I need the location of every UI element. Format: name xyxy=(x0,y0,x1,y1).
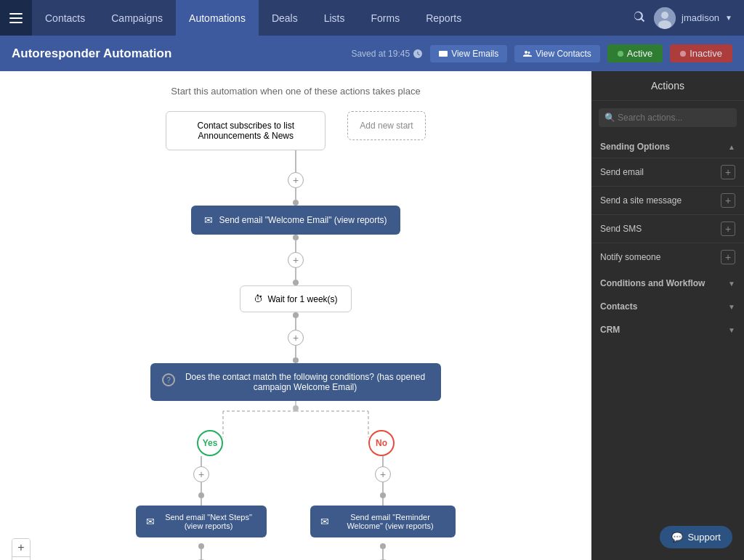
line-6 xyxy=(295,346,296,357)
action-send-email[interactable]: Send email + xyxy=(591,158,744,186)
sending-options-items: Send email + Send a site message + Send … xyxy=(591,158,744,271)
dot-2 xyxy=(293,235,299,240)
chevron-up-icon: ▲ xyxy=(728,143,735,151)
add-site-message-button[interactable]: + xyxy=(721,193,735,208)
zoom-in-button[interactable]: + xyxy=(12,539,30,556)
nav-forms[interactable]: Forms xyxy=(358,0,413,36)
svg-rect-2 xyxy=(9,22,23,23)
nav-toggle[interactable] xyxy=(0,0,32,36)
nav-user[interactable]: jmadison ▼ xyxy=(654,7,732,29)
branch-arms: + ✉ Send email "Next Steps" (view report… xyxy=(136,456,456,560)
nav-campaigns[interactable]: Campaigns xyxy=(98,0,176,36)
chevron-down-icon-1: ▼ xyxy=(728,280,735,288)
canvas-title: Start this automation when one of these … xyxy=(15,86,577,97)
send-email-3-node[interactable]: ✉ Send email "Reminder Welcome" (view re… xyxy=(310,506,456,537)
email-icon-3: ✉ xyxy=(320,516,329,527)
view-contacts-button[interactable]: View Contacts xyxy=(514,45,599,62)
nav-chevron-icon: ▼ xyxy=(725,14,732,22)
dot-1 xyxy=(293,200,299,206)
right-dot xyxy=(380,492,386,498)
line-3 xyxy=(295,240,296,252)
active-button[interactable]: Active xyxy=(607,44,663,62)
email-icon-1: ✉ xyxy=(204,214,213,226)
branch-split xyxy=(150,401,441,437)
right-dot-2 xyxy=(380,543,386,549)
nav-search-icon[interactable] xyxy=(634,11,645,25)
add-step-1[interactable]: + xyxy=(288,172,304,188)
add-step-2[interactable]: + xyxy=(288,252,304,268)
panel-title: Actions xyxy=(591,71,744,101)
contacts-header[interactable]: Contacts ▼ xyxy=(591,294,744,317)
main-content: Start this automation when one of these … xyxy=(0,71,744,560)
dot-4 xyxy=(293,312,299,318)
left-line-4 xyxy=(201,549,202,559)
right-line-4 xyxy=(382,549,384,559)
top-nav: Contacts Campaigns Automations Deals Lis… xyxy=(0,0,744,36)
sending-options-header[interactable]: Sending Options ▲ xyxy=(591,134,744,158)
dot-3 xyxy=(293,280,299,285)
search-actions-input[interactable] xyxy=(599,108,737,127)
add-step-3[interactable]: + xyxy=(288,330,304,346)
zoom-controls: + − xyxy=(12,538,31,560)
condition-icon: ? xyxy=(162,373,175,386)
right-line-2 xyxy=(382,482,384,492)
add-send-email-button[interactable]: + xyxy=(721,165,735,179)
canvas-inner: Start this automation when one of these … xyxy=(0,71,591,560)
start-node[interactable]: Contact subscribes to list Announcements… xyxy=(166,111,326,150)
condition-node[interactable]: ? Does the contact match the following c… xyxy=(150,363,441,401)
connector-1: + xyxy=(288,150,304,206)
saved-status: Saved at 19:45 xyxy=(351,49,423,59)
right-panel: Actions 🔍 Sending Options ▲ Send email +… xyxy=(591,71,744,560)
zoom-out-button[interactable]: − xyxy=(12,557,30,560)
crm-header[interactable]: CRM ▼ xyxy=(591,317,744,341)
action-sms[interactable]: Send SMS + xyxy=(591,214,744,243)
inactive-button[interactable]: Inactive xyxy=(670,44,732,62)
add-sms-button[interactable]: + xyxy=(721,222,735,236)
email-icon-2: ✉ xyxy=(146,516,155,527)
view-emails-button[interactable]: View Emails xyxy=(430,45,507,62)
send-email-1-node[interactable]: ✉ Send email "Welcome Email" (view repor… xyxy=(191,206,400,235)
inactive-indicator xyxy=(680,51,686,57)
nav-reports[interactable]: Reports xyxy=(413,0,474,36)
page-title: Autoresponder Automation xyxy=(12,46,342,61)
search-icon: 🔍 xyxy=(604,113,615,123)
nav-avatar xyxy=(654,7,676,29)
line-1 xyxy=(295,150,296,172)
sub-header: Autoresponder Automation Saved at 19:45 … xyxy=(0,36,744,71)
wait-node[interactable]: ⏱ Wait for 1 week(s) xyxy=(240,285,351,312)
flow-container: Contact subscribes to list Announcements… xyxy=(15,111,577,560)
nav-items: Contacts Campaigns Automations Deals Lis… xyxy=(32,0,634,36)
svg-point-4 xyxy=(661,12,668,19)
support-button[interactable]: 💬 Support xyxy=(660,526,732,548)
conditions-header[interactable]: Conditions and Workflow ▼ xyxy=(591,271,744,294)
right-arm: + ✉ Send email "Reminder Welcome" (view … xyxy=(310,456,456,560)
add-step-no[interactable]: + xyxy=(375,466,391,482)
nav-lists[interactable]: Lists xyxy=(311,0,358,36)
start-row: Contact subscribes to list Announcements… xyxy=(166,111,425,150)
connector-2: + xyxy=(288,235,304,285)
line-4 xyxy=(295,268,296,280)
left-line-3 xyxy=(201,498,202,506)
svg-rect-1 xyxy=(9,17,23,19)
svg-rect-0 xyxy=(9,13,23,15)
right-line-1 xyxy=(382,456,384,466)
nav-automations[interactable]: Automations xyxy=(176,0,259,36)
support-chat-icon: 💬 xyxy=(671,532,683,543)
add-step-yes[interactable]: + xyxy=(193,466,209,482)
left-dot xyxy=(198,492,204,498)
sub-header-right: Saved at 19:45 View Emails View Contacts… xyxy=(351,44,732,62)
svg-point-5 xyxy=(658,20,671,29)
nav-deals[interactable]: Deals xyxy=(259,0,311,36)
nav-contacts[interactable]: Contacts xyxy=(32,0,98,36)
send-email-2-node[interactable]: ✉ Send email "Next Steps" (view reports) xyxy=(136,506,267,537)
nav-right: jmadison ▼ xyxy=(634,7,744,29)
left-arm: + ✉ Send email "Next Steps" (view report… xyxy=(136,456,267,560)
left-line-1 xyxy=(201,456,202,466)
add-new-start-node[interactable]: Add new start xyxy=(347,111,425,140)
action-notify[interactable]: Notify someone + xyxy=(591,243,744,271)
chevron-down-icon-2: ▼ xyxy=(728,303,735,311)
left-line-2 xyxy=(201,482,202,492)
chevron-down-icon-3: ▼ xyxy=(728,326,735,334)
action-site-message[interactable]: Send a site message + xyxy=(591,186,744,214)
add-notify-button[interactable]: + xyxy=(721,250,735,264)
